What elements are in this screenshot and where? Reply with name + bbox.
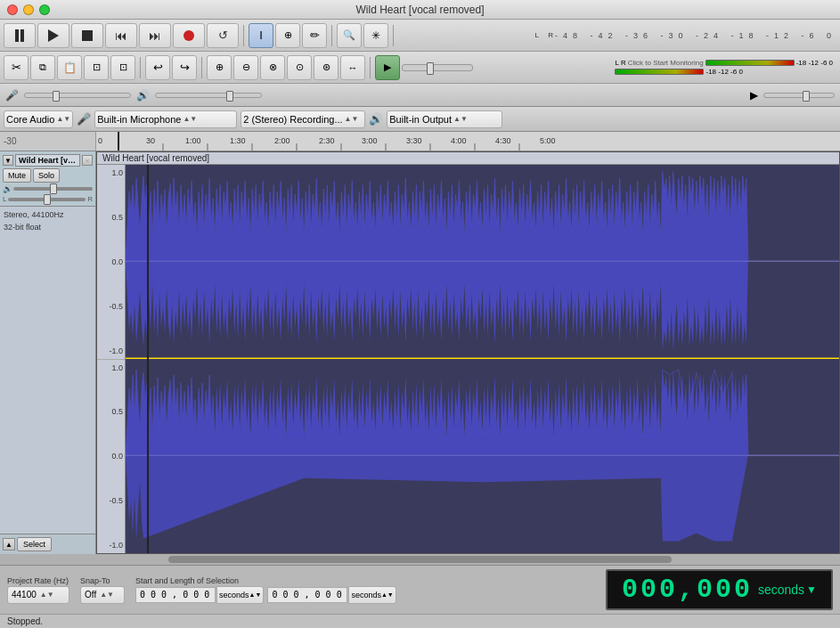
svg-text:2:00: 2:00	[274, 136, 290, 145]
waveform-canvas[interactable]	[126, 165, 839, 553]
waveform-scale: 1.0 0.5 0.0 -0.5 -1.0 1.0 0.5 0.0 -0.5	[97, 165, 126, 553]
cut-button[interactable]: ✂	[4, 55, 29, 80]
zoom-toggle-button[interactable]: ⊛	[314, 55, 338, 80]
minimize-button[interactable]	[23, 4, 34, 15]
status-bar: Stopped.	[0, 614, 840, 628]
input-device-arrow: ▲▼	[183, 115, 197, 123]
snap-to-label: Snap-To	[80, 576, 125, 585]
project-rate-label: Project Rate (Hz)	[7, 576, 69, 585]
envelope-tool-button[interactable]: ⊕	[275, 23, 300, 48]
monitor-slider-thumb[interactable]	[803, 91, 810, 102]
pause-icon	[15, 29, 24, 42]
zoom-in-button[interactable]: ⊕	[207, 55, 232, 80]
ruler-marks-area[interactable]: 0 30 1:00 1:30 2:00 2:30 3:00	[96, 132, 840, 151]
multi-tool-button[interactable]: ✳	[363, 23, 388, 48]
speaker-icon: 🔊	[136, 89, 150, 102]
skip-end-button[interactable]: ⏭	[139, 23, 171, 48]
mute-button[interactable]: Mute	[3, 168, 31, 183]
scrub-button[interactable]: ↔	[340, 55, 365, 80]
pos2-input[interactable]: 0 0 0 , 0 0 0	[267, 587, 347, 603]
track-info-text: Stereo, 44100Hz32-bit float	[4, 209, 92, 233]
svg-text:0: 0	[98, 136, 102, 145]
click-monitor-text[interactable]: Click to Start Monitoring	[628, 59, 704, 67]
paste-button[interactable]: 📋	[57, 55, 82, 80]
time-display[interactable]: 000,000 seconds ▼	[606, 569, 833, 610]
draw-tool-button[interactable]: ✏	[302, 23, 327, 48]
play-button[interactable]	[37, 23, 69, 48]
track-close-button[interactable]: ×	[82, 155, 93, 166]
play-at-speed-button[interactable]: ▶	[375, 55, 400, 80]
pan-slider-thumb[interactable]	[44, 194, 51, 205]
solo-button[interactable]: Solo	[33, 168, 60, 183]
window-controls[interactable]	[7, 4, 50, 15]
output-slider-thumb[interactable]	[226, 91, 233, 102]
monitor-volume-slider[interactable]	[763, 93, 835, 98]
output-device-select[interactable]: Built-in Output ▲▼	[387, 110, 502, 128]
pause-button[interactable]	[4, 23, 36, 48]
mic-icon-device: 🎤	[77, 112, 91, 126]
pan-l-label: L	[3, 195, 6, 203]
waveform-content[interactable]: 1.0 0.5 0.0 -0.5 -1.0 1.0 0.5 0.0 -0.5	[97, 165, 839, 553]
time-unit: seconds	[758, 583, 804, 597]
zoom-fit-button[interactable]: ⊗	[260, 55, 285, 80]
snap-to-select[interactable]: Off ▲▼	[80, 586, 125, 604]
track-expand-button[interactable]: ▲	[3, 538, 15, 551]
recording-mode-select[interactable]: 2 (Stereo) Recording... ▲▼	[241, 110, 365, 128]
pos1-arrow: ▲▼	[249, 591, 262, 598]
select-button[interactable]: Select	[17, 537, 52, 551]
track-collapse-button[interactable]: ▼	[3, 155, 13, 166]
track-spacer	[0, 236, 95, 534]
status-text: Stopped.	[7, 616, 43, 626]
title-bar: Wild Heart [vocal removed]	[0, 0, 840, 20]
pan-slider[interactable]	[8, 198, 86, 201]
scale2-1-0: 1.0	[99, 363, 123, 372]
track-info: Stereo, 44100Hz32-bit float	[0, 207, 95, 236]
zoom-tool-button[interactable]: 🔍	[337, 23, 362, 48]
pos1-input[interactable]: 0 0 0 , 0 0 0	[135, 587, 216, 603]
stop-button[interactable]	[71, 23, 103, 48]
play-icon	[48, 29, 59, 42]
project-rate-select[interactable]: 44100 ▲▼	[7, 586, 69, 604]
mic-icon: 🎤	[5, 89, 19, 102]
separator-2	[331, 25, 332, 46]
horizontal-scrollbar[interactable]	[0, 554, 840, 565]
svg-text:3:30: 3:30	[406, 136, 422, 145]
scrollbar-thumb[interactable]	[168, 556, 673, 563]
gain-slider[interactable]	[13, 187, 93, 191]
select-tool-button[interactable]: I	[249, 23, 273, 48]
scale-0-0: 0.0	[99, 257, 123, 266]
zoom-selection-button[interactable]: ⊙	[287, 55, 312, 80]
bottom-controls: Project Rate (Hz) 44100 ▲▼ Snap-To Off ▲…	[0, 565, 840, 628]
window-title: Wild Heart [vocal removed]	[355, 4, 484, 16]
input-device-select[interactable]: Built-in Microphone ▲▼	[94, 110, 237, 128]
track-wrapper: ▼ Wild Heart [voc... × Mute Solo 🔊	[0, 151, 840, 554]
gain-slider-thumb[interactable]	[50, 184, 57, 194]
waveform-panel: Wild Heart [vocal removed] 1.0 0.5 0.0 -…	[96, 151, 840, 554]
close-button[interactable]	[7, 4, 18, 15]
input-slider-thumb[interactable]	[53, 91, 60, 102]
zoom-out-button[interactable]: ⊖	[233, 55, 258, 80]
time-dropdown[interactable]: ▼	[806, 583, 817, 596]
undo-button[interactable]: ↩	[145, 55, 170, 80]
track-name-label[interactable]: Wild Heart [voc...	[15, 154, 80, 167]
pos1-unit-select[interactable]: seconds ▲▼	[216, 586, 264, 604]
separator-1	[243, 25, 244, 46]
trim-button[interactable]: ⊡	[84, 55, 109, 80]
meter-bar-bottom	[615, 69, 704, 75]
meter-db-right2: -18 -12 -6 0	[705, 68, 742, 76]
output-volume-slider[interactable]	[155, 93, 262, 98]
maximize-button[interactable]	[39, 4, 50, 15]
speed-slider-thumb[interactable]	[427, 62, 434, 75]
pan-r-label: R	[87, 195, 93, 203]
silence-button[interactable]: ⊡	[110, 55, 135, 80]
copy-button[interactable]: ⧉	[30, 55, 55, 80]
loop-button[interactable]: ↺	[207, 23, 239, 48]
record-button[interactable]	[173, 23, 205, 48]
svg-text:2:30: 2:30	[319, 136, 335, 145]
scale2-neg-1-0: -1.0	[99, 541, 123, 550]
skip-start-button[interactable]: ⏮	[105, 23, 137, 48]
input-volume-slider[interactable]	[24, 93, 131, 98]
redo-button[interactable]: ↪	[172, 55, 197, 80]
audio-host-select[interactable]: Core Audio ▲▼	[4, 110, 73, 128]
pos2-unit-select[interactable]: seconds ▲▼	[348, 586, 396, 604]
